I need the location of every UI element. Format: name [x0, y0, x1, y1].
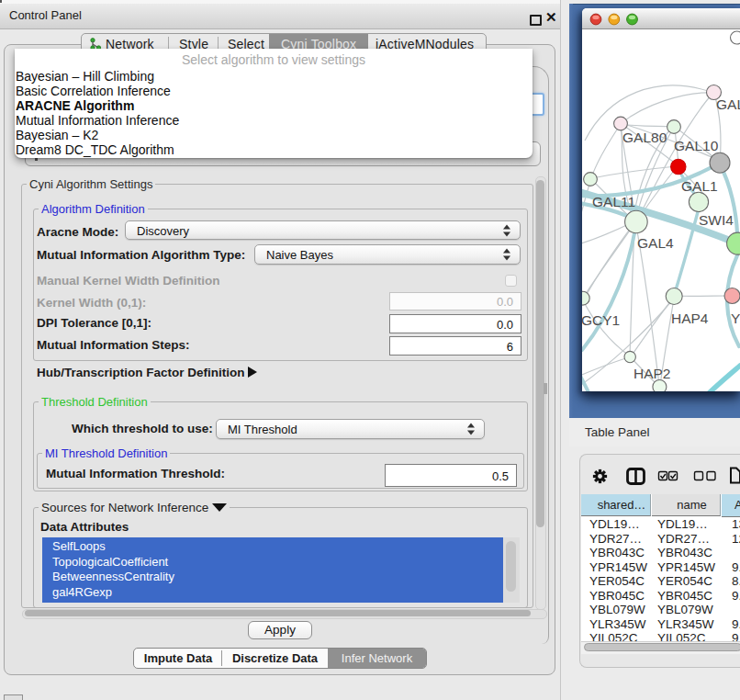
svg-text:GAL1: GAL1 [681, 178, 718, 194]
svg-text:GAL80: GAL80 [622, 130, 667, 145]
svg-text:HAP4: HAP4 [671, 310, 709, 326]
svg-text:HAP2: HAP2 [633, 366, 671, 381]
svg-text:GAL10: GAL10 [674, 138, 719, 153]
svg-text:Y: Y [731, 310, 740, 326]
svg-text:GAL11: GAL11 [592, 194, 635, 209]
svg-text:GAL4: GAL4 [637, 235, 674, 251]
svg-text:GAL7: GAL7 [716, 96, 740, 112]
svg-text:SWI4: SWI4 [699, 212, 734, 228]
svg-text:GCY1: GCY1 [582, 312, 620, 328]
